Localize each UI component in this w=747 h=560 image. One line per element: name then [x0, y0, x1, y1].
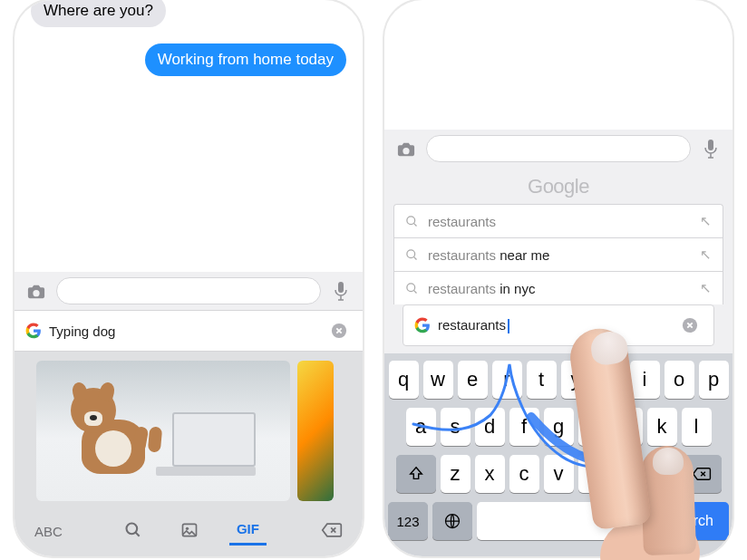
key-k[interactable]: k: [647, 408, 677, 446]
suggestion-row[interactable]: restaurants ↖: [393, 204, 723, 237]
key-j[interactable]: j: [613, 408, 643, 446]
suggestion-bold: near me: [500, 247, 549, 263]
message-input[interactable]: [426, 135, 691, 162]
image-icon[interactable]: [173, 517, 206, 546]
key-o[interactable]: o: [665, 361, 694, 399]
message-thread: Where are you? Working from home today: [15, 0, 363, 272]
tab-gif[interactable]: GIF: [229, 517, 267, 546]
key-v[interactable]: v: [544, 455, 574, 493]
svg-line-10: [413, 223, 416, 226]
key-d[interactable]: d: [475, 408, 505, 446]
svg-line-3: [135, 533, 139, 536]
mic-icon[interactable]: [698, 136, 723, 161]
gboard-search-text: Typing dog: [49, 323, 319, 339]
svg-rect-0: [338, 282, 344, 293]
key-backspace[interactable]: [682, 455, 722, 493]
gboard-search-row[interactable]: Typing dog: [15, 310, 363, 352]
key-shift[interactable]: [396, 455, 436, 493]
tab-abc[interactable]: ABC: [27, 520, 70, 543]
svg-point-9: [407, 216, 415, 224]
key-a[interactable]: a: [406, 408, 436, 446]
key-s[interactable]: s: [441, 408, 471, 446]
key-g[interactable]: g: [544, 408, 574, 446]
phone-left: Where are you? Working from home today T…: [15, 0, 363, 556]
svg-point-5: [186, 527, 189, 530]
suggestion-row[interactable]: restaurants near me ↖: [393, 237, 723, 271]
message-input-bar: [15, 272, 363, 310]
key-x[interactable]: x: [475, 455, 505, 493]
key-row-4: 123 Search: [388, 502, 729, 540]
key-u[interactable]: u: [596, 361, 626, 399]
message-input-bar: [384, 130, 732, 168]
key-e[interactable]: e: [458, 361, 488, 399]
google-header: Google: [384, 168, 732, 204]
keyboard: q w e r t y u i o p a s d f g h j k l: [384, 353, 732, 556]
insert-arrow-icon[interactable]: ↖: [700, 213, 712, 229]
key-globe[interactable]: [432, 502, 472, 540]
svg-point-13: [407, 283, 415, 291]
search-icon[interactable]: [117, 517, 150, 546]
mic-icon[interactable]: [328, 278, 354, 304]
key-z[interactable]: z: [441, 455, 471, 493]
svg-point-2: [126, 524, 137, 535]
key-space[interactable]: [477, 502, 647, 540]
camera-icon[interactable]: [393, 136, 419, 161]
insert-arrow-icon[interactable]: ↖: [700, 246, 712, 263]
svg-point-11: [407, 249, 415, 257]
suggestion-prefix: restaurants: [428, 281, 500, 296]
clear-icon[interactable]: [326, 318, 352, 343]
key-h[interactable]: h: [578, 408, 608, 446]
backspace-icon[interactable]: [314, 518, 350, 545]
gboard-tab-bar: ABC GIF: [15, 510, 363, 556]
gif-results-strip[interactable]: [15, 352, 363, 510]
camera-icon[interactable]: [24, 278, 49, 304]
gboard-search-text: restaurants: [438, 317, 670, 333]
key-n[interactable]: n: [613, 455, 643, 493]
suggestion-prefix: restaurants: [428, 214, 496, 229]
key-row-3: z x c v b n m: [388, 455, 729, 493]
suggestion-bold: in nyc: [500, 281, 535, 296]
key-l[interactable]: l: [682, 408, 712, 446]
insert-arrow-icon[interactable]: ↖: [700, 280, 712, 296]
message-incoming: Where are you?: [31, 0, 166, 27]
svg-line-12: [413, 256, 416, 259]
key-c[interactable]: c: [509, 455, 539, 493]
key-y[interactable]: y: [561, 361, 591, 399]
google-logo-text: Google: [528, 175, 589, 198]
key-m[interactable]: m: [647, 455, 677, 493]
key-r[interactable]: r: [492, 361, 522, 399]
google-g-icon: [25, 323, 42, 339]
key-t[interactable]: t: [527, 361, 557, 399]
key-123[interactable]: 123: [388, 502, 428, 540]
suggestion-prefix: restaurants: [428, 247, 500, 263]
key-search[interactable]: Search: [652, 502, 729, 540]
phone-right: Google restaurants ↖ restaurants near me…: [384, 0, 732, 556]
key-i[interactable]: i: [630, 361, 660, 399]
gboard-search-row[interactable]: restaurants: [403, 304, 714, 346]
key-w[interactable]: w: [423, 361, 453, 399]
suggestion-row[interactable]: restaurants in nyc ↖: [393, 271, 723, 304]
message-input[interactable]: [56, 277, 321, 304]
key-row-1: q w e r t y u i o p: [388, 361, 729, 399]
key-row-2: a s d f g h j k l: [388, 408, 729, 446]
text-cursor: [508, 319, 509, 333]
message-outgoing: Working from home today: [145, 43, 346, 76]
key-b[interactable]: b: [578, 455, 608, 493]
gif-thumbnail-dog[interactable]: [36, 361, 290, 501]
suggestions-list: restaurants ↖ restaurants near me ↖ rest…: [384, 204, 732, 353]
key-q[interactable]: q: [389, 361, 419, 399]
key-p[interactable]: p: [699, 361, 729, 399]
clear-icon[interactable]: [677, 313, 703, 338]
svg-line-14: [413, 290, 416, 293]
key-f[interactable]: f: [509, 408, 539, 446]
google-g-icon: [414, 317, 431, 333]
gif-thumbnail-2[interactable]: [297, 361, 334, 501]
svg-rect-8: [708, 140, 713, 150]
